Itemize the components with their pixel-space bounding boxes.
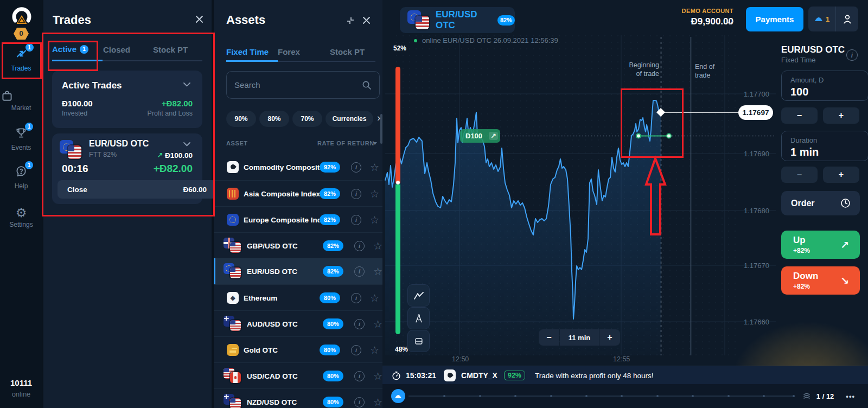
slide-track[interactable] <box>409 396 795 397</box>
open-trade-chart-badge[interactable]: Đ100 ↗ <box>460 129 500 143</box>
favorite-star-icon[interactable]: ☆ <box>370 162 379 173</box>
asset-row-gbp-usd[interactable]: GBP/USD OTC 82% i ☆ <box>214 232 382 259</box>
stack-icon[interactable] <box>802 392 811 400</box>
sidebar-item-label: Market <box>0 104 42 112</box>
info-icon[interactable]: i <box>351 162 361 173</box>
sidebar-item-trades[interactable]: 1 Trades <box>0 47 42 72</box>
asset-row-eur-usd-selected[interactable]: EUR/USD OTC 82% i ☆ <box>214 258 382 284</box>
favorite-star-icon[interactable]: ☆ <box>373 319 382 329</box>
layout-button[interactable] <box>407 330 430 352</box>
column-header-asset[interactable]: ASSET <box>226 140 248 146</box>
promo-counter[interactable]: 1 <box>808 7 836 31</box>
sidebar-item-market[interactable]: Market <box>0 88 42 112</box>
clock-icon <box>840 197 851 209</box>
timeframe-control: − 11 min + <box>539 329 620 346</box>
asset-row-usd-cad[interactable]: USD/CAD OTC 80% i ☆ <box>214 362 382 389</box>
active-trade-card[interactable]: EUR/USD OTC FTT 82% ↗ Đ100.00 00:16 +Đ82… <box>52 133 202 204</box>
info-icon[interactable]: i <box>354 319 365 329</box>
sort-caret-icon[interactable] <box>373 142 377 145</box>
amount-field[interactable]: Amount, Đ 100 <box>781 71 868 101</box>
duration-field[interactable]: Duration 1 min <box>781 131 868 161</box>
favorite-star-icon[interactable]: ☆ <box>370 189 379 199</box>
app-logo-icon[interactable] <box>11 5 32 27</box>
info-icon[interactable]: i <box>354 397 365 407</box>
close-trade-button[interactable]: Close Đ60.00 <box>58 180 216 199</box>
info-icon[interactable]: i <box>354 371 365 381</box>
down-percent: +82% <box>793 283 818 290</box>
asset-row-aud-usd[interactable]: AUD/USD OTC 80% i ☆ <box>214 310 382 337</box>
favorite-star-icon[interactable]: ☆ <box>370 345 379 355</box>
zoom-in-button[interactable]: + <box>599 329 620 346</box>
close-value: Đ60.00 <box>183 186 207 194</box>
trade-pair: EUR/USD OTC <box>89 139 149 149</box>
favorite-star-icon[interactable]: ☆ <box>370 293 379 303</box>
chart-type-button[interactable] <box>407 284 430 307</box>
down-button[interactable]: Down +82% ↘ <box>781 266 860 295</box>
current-price-pill: 1.17697 <box>738 105 773 120</box>
info-icon[interactable]: i <box>354 266 365 277</box>
tab-stock-pt[interactable]: Stock PT <box>153 45 188 54</box>
duration-decrease-button[interactable]: − <box>781 167 818 183</box>
info-icon[interactable]: i <box>351 345 361 355</box>
asset-row-asia[interactable]: Asia Composite Index 82% i ☆ <box>214 180 382 207</box>
promo-pagination: 1 / 12 ••• <box>382 384 868 408</box>
timeframe-value[interactable]: 11 min <box>560 329 599 346</box>
collapse-icon[interactable] <box>346 16 355 25</box>
ror-badge: 92% <box>320 162 340 173</box>
tab-forex[interactable]: Forex <box>278 47 300 56</box>
active-trades-summary-card[interactable]: Active Trades Đ100.00 Invested +Đ82.00 P… <box>52 71 202 128</box>
account-chevron-icon[interactable] <box>726 21 733 25</box>
asset-row-europe[interactable]: Europe Composite Index 82% i ☆ <box>214 206 382 233</box>
chart-symbol-chip[interactable]: EUR/USD OTC 82% <box>400 7 515 33</box>
favorite-star-icon[interactable]: ☆ <box>370 215 379 225</box>
amount-label: Amount, Đ <box>790 76 868 84</box>
filter-chip-currencies[interactable]: Currencies <box>326 111 373 127</box>
search-input[interactable]: Search <box>226 71 380 99</box>
account-switcher[interactable]: DEMO ACCOUNT Đ9,900.00 <box>682 8 733 27</box>
tab-stock-pt[interactable]: Stock PT <box>330 47 365 56</box>
asset-row-commodity[interactable]: Commodity Composit… 92% i ☆ <box>214 154 382 180</box>
favorite-star-icon[interactable]: ☆ <box>373 266 382 277</box>
favorite-star-icon[interactable]: ☆ <box>373 371 382 381</box>
duration-increase-button[interactable]: + <box>823 167 859 183</box>
asset-row-ethereum[interactable]: ◆ Ethereum 80% i ☆ <box>214 284 382 311</box>
info-icon[interactable]: i <box>354 241 365 251</box>
filter-chip-80[interactable]: 80% <box>259 111 289 127</box>
amount-decrease-button[interactable]: − <box>781 107 818 124</box>
promo-banner[interactable]: 15:03:21 CMDTY_X 92% Trade with extra pr… <box>382 366 868 385</box>
zoom-out-button[interactable]: − <box>539 329 559 346</box>
sidebar-item-settings[interactable]: ⚙ Settings <box>0 206 42 228</box>
close-icon[interactable] <box>362 16 371 24</box>
sidebar-item-events[interactable]: 1 Events <box>0 126 42 151</box>
chevron-down-icon[interactable] <box>183 142 190 146</box>
filter-chip-90[interactable]: 90% <box>226 111 256 127</box>
chevron-down-icon[interactable] <box>183 82 190 87</box>
asset-row-nzd-usd[interactable]: NZD/USD OTC 80% i ☆ <box>214 388 382 408</box>
favorite-star-icon[interactable]: ☆ <box>373 241 382 251</box>
profile-button[interactable] <box>836 13 858 25</box>
tab-fixed-time[interactable]: Fixed Time <box>226 47 269 56</box>
close-icon[interactable] <box>195 15 203 23</box>
info-icon[interactable]: i <box>351 189 361 199</box>
tab-active[interactable]: Active1 <box>52 44 88 54</box>
order-button[interactable]: Order <box>781 191 860 215</box>
filter-chip-70[interactable]: 70% <box>292 111 322 127</box>
active-slide-button[interactable] <box>391 389 405 403</box>
column-header-ror[interactable]: RATE OF RETURN <box>317 140 374 146</box>
sidebar-item-label: Help <box>0 182 42 190</box>
asset-row-gold[interactable]: Gold OTC 80% i ☆ <box>214 336 382 363</box>
aud-usd-flags-icon <box>224 316 242 332</box>
amount-increase-button[interactable]: + <box>823 107 859 124</box>
drawing-tools-button[interactable] <box>407 307 430 329</box>
payments-button[interactable]: Payments <box>746 7 803 31</box>
tab-closed[interactable]: Closed <box>103 45 130 54</box>
up-button[interactable]: Up +82% ↗ <box>781 231 860 259</box>
info-icon[interactable]: i <box>351 293 361 303</box>
notifications-count-badge[interactable]: 0 <box>14 28 29 40</box>
more-menu-button[interactable]: ••• <box>846 392 855 400</box>
info-icon[interactable]: i <box>351 215 361 225</box>
info-icon[interactable]: i <box>846 49 858 61</box>
favorite-star-icon[interactable]: ☆ <box>373 397 382 407</box>
sidebar-item-help[interactable]: 1 Help <box>0 164 42 190</box>
profit-loss-label: Profit and Loss <box>148 110 193 117</box>
